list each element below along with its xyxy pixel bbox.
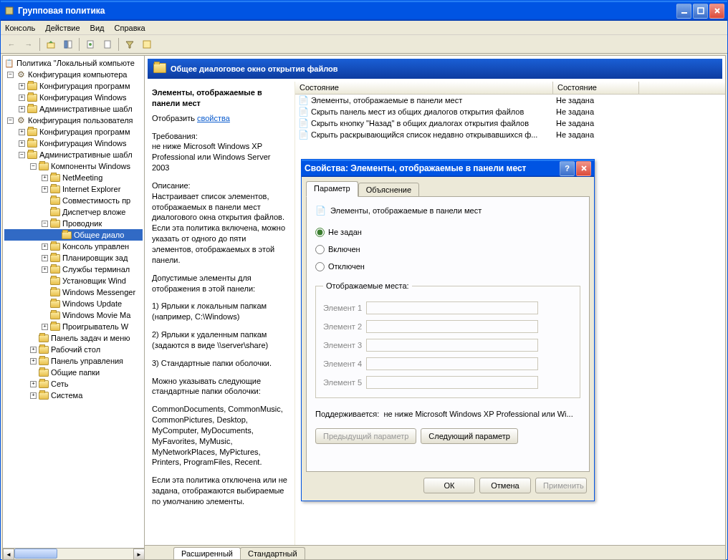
element-2-input[interactable] <box>366 320 538 333</box>
list-row[interactable]: 📄Скрыть панель мест из общих диалогов от… <box>295 106 725 117</box>
forward-button[interactable]: → <box>21 37 37 52</box>
maximize-button[interactable] <box>693 4 708 19</box>
radio-disabled[interactable]: Отключен <box>315 260 580 273</box>
minimize-button[interactable] <box>676 4 691 19</box>
tree-user-admin[interactable]: −Административные шабл <box>4 149 143 160</box>
tree-scrollbar[interactable]: ◄ ► <box>3 548 145 559</box>
tree-compat[interactable]: Совместимость пр <box>4 195 143 206</box>
collapse-icon[interactable]: − <box>7 72 14 78</box>
radio-enabled[interactable]: Включен <box>315 243 580 256</box>
menu-help[interactable]: Справка <box>115 24 145 32</box>
tree-root[interactable]: 📋Политика "Локальный компьюте <box>4 57 143 69</box>
collapse-icon[interactable]: − <box>19 152 25 158</box>
tree-common-dialog[interactable]: Общее диало <box>4 229 143 241</box>
tree-comp-win[interactable]: +Конфигурация Windows <box>4 92 143 103</box>
options-button[interactable] <box>139 37 155 52</box>
element-5-input[interactable] <box>366 376 538 389</box>
ok-button[interactable]: ОК <box>423 478 475 493</box>
expand-icon[interactable]: + <box>30 392 37 399</box>
scroll-right-icon[interactable]: ► <box>133 549 145 560</box>
tree-win-comp[interactable]: −Компоненты Windows <box>4 160 143 172</box>
menu-console[interactable]: Консоль <box>5 24 35 32</box>
expand-icon[interactable]: + <box>30 381 37 387</box>
expand-icon[interactable]: + <box>19 83 25 90</box>
dialog-titlebar[interactable]: Свойства: Элементы, отображаемые в панел… <box>302 160 594 177</box>
scroll-thumb[interactable] <box>14 549 57 559</box>
tree-term-serv[interactable]: +Службы терминал <box>4 264 143 275</box>
tree-comp-admin[interactable]: +Административные шабл <box>4 103 143 115</box>
tree-mmc[interactable]: +Консоль управлен <box>4 241 143 252</box>
tree-network[interactable]: +Сеть <box>4 378 143 390</box>
tree-moviemaker[interactable]: Windows Movie Ma <box>4 309 143 321</box>
tree-player[interactable]: +Проигрыватель W <box>4 321 143 332</box>
tree-task-sched[interactable]: +Планировщик зад <box>4 252 143 264</box>
properties-link[interactable]: свойства <box>197 114 230 122</box>
tab-parameter[interactable]: Параметр <box>306 181 358 197</box>
tree-user-soft[interactable]: +Конфигурация программ <box>4 126 143 137</box>
expand-icon[interactable]: + <box>42 324 48 330</box>
tree-messenger[interactable]: Windows Messenger <box>4 286 143 298</box>
next-setting-button[interactable]: Следующий параметр <box>421 428 518 444</box>
expand-icon[interactable]: + <box>19 95 25 101</box>
tab-standard[interactable]: Стандартный <box>240 547 305 559</box>
element-1-input[interactable] <box>366 301 538 314</box>
list-row[interactable]: 📄Скрыть раскрывающийся список недавно от… <box>295 129 725 140</box>
expand-icon[interactable]: + <box>30 358 37 365</box>
element-4-input[interactable] <box>366 357 538 370</box>
show-tree-button[interactable] <box>60 37 76 52</box>
menu-view[interactable]: Вид <box>90 24 105 32</box>
filter-button[interactable] <box>122 37 138 52</box>
close-button[interactable] <box>709 4 724 19</box>
expand-icon[interactable]: + <box>42 266 48 273</box>
expand-icon[interactable]: + <box>19 140 25 147</box>
col-state[interactable]: Состояние <box>553 82 639 94</box>
tree-desktop[interactable]: +Рабочий стол <box>4 344 143 355</box>
tree-ie[interactable]: +Internet Explorer <box>4 183 143 195</box>
collapse-icon[interactable]: − <box>30 163 37 170</box>
collapse-icon[interactable]: − <box>7 117 14 124</box>
expand-icon[interactable]: + <box>42 175 48 181</box>
expand-icon[interactable]: + <box>42 255 48 261</box>
col-name[interactable]: Состояние <box>295 82 553 94</box>
menu-action[interactable]: Действие <box>45 24 80 32</box>
list-row[interactable]: 📄Элементы, отображаемые в панели местНе … <box>295 95 725 106</box>
apply-button[interactable]: Применить <box>535 478 587 493</box>
radio-not-configured[interactable]: Не задан <box>315 226 580 238</box>
back-button[interactable]: ← <box>4 37 19 52</box>
list-row[interactable]: 📄Скрыть кнопку "Назад" в общих диалогах … <box>295 117 725 129</box>
tree-panel[interactable]: 📋Политика "Локальный компьюте −⚙Конфигур… <box>3 56 145 559</box>
tree-taskbar[interactable]: Панель задач и меню <box>4 332 143 344</box>
tree-system[interactable]: +Система <box>4 390 143 401</box>
tree-user-win[interactable]: +Конфигурация Windows <box>4 137 143 149</box>
radio-input[interactable] <box>315 228 325 237</box>
cancel-button[interactable]: Отмена <box>479 478 531 493</box>
expand-icon[interactable]: + <box>42 186 48 193</box>
tree-netmeeting[interactable]: +NetMeeting <box>4 172 143 183</box>
tree-comp-config[interactable]: −⚙Конфигурация компьютера <box>4 69 143 80</box>
radio-input[interactable] <box>315 245 325 254</box>
dialog-close-button[interactable] <box>576 161 591 176</box>
expand-icon[interactable]: + <box>30 347 37 353</box>
element-3-input[interactable] <box>366 339 538 352</box>
export-button[interactable] <box>100 37 115 52</box>
tab-explanation[interactable]: Объяснение <box>358 183 419 197</box>
expand-icon[interactable]: + <box>19 106 25 112</box>
tree-installer[interactable]: Установщик Wind <box>4 275 143 286</box>
tree-user-config[interactable]: −⚙Конфигурация пользователя <box>4 115 143 126</box>
collapse-icon[interactable]: − <box>42 221 48 227</box>
main-titlebar[interactable]: Групповая политика <box>1 1 727 21</box>
up-button[interactable] <box>43 37 59 52</box>
tree-update[interactable]: Windows Update <box>4 298 143 309</box>
prev-setting-button[interactable]: Предыдущий параметр <box>315 428 416 444</box>
scroll-left-icon[interactable]: ◄ <box>3 549 14 560</box>
tree-explorer[interactable]: −Проводник <box>4 218 143 229</box>
help-button[interactable]: ? <box>560 161 575 176</box>
tree-cpanel[interactable]: +Панель управления <box>4 355 143 367</box>
expand-icon[interactable]: + <box>42 243 48 250</box>
tree-shared[interactable]: Общие папки <box>4 367 143 378</box>
expand-icon[interactable]: + <box>19 129 25 135</box>
radio-input[interactable] <box>315 262 325 271</box>
tree-attach[interactable]: Диспетчер вложе <box>4 206 143 218</box>
tree-comp-soft[interactable]: +Конфигурация программ <box>4 80 143 92</box>
tab-extended[interactable]: Расширенный <box>173 547 241 559</box>
